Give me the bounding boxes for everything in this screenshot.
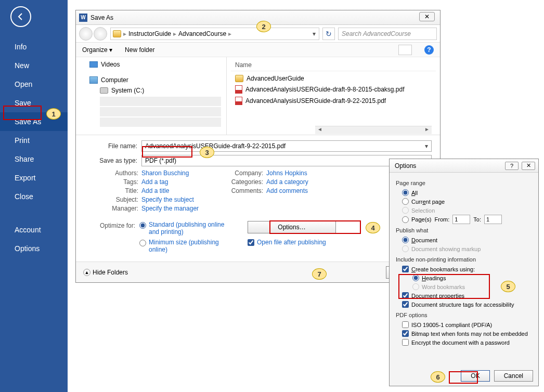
publish-markup-radio: Document showing markup [396, 244, 532, 253]
drive-icon [100, 87, 108, 94]
bitmap-checkbox[interactable]: Bitmap text when fonts may not be embedd… [396, 329, 532, 338]
tree-item-redacted [100, 107, 221, 116]
range-selection-radio: Selection [396, 206, 532, 215]
cancel-button[interactable]: Cancel [494, 370, 533, 382]
saveas-title-text: Save As [90, 14, 113, 21]
optimize-label: Optimize for: [100, 221, 135, 253]
search-input[interactable]: Search AdvancedCourse [338, 28, 437, 40]
filename-label: File name: [84, 142, 141, 150]
save-form: File name: AdvancedAnalysisUSERGuide-dra… [76, 135, 440, 258]
from-input[interactable] [452, 215, 470, 224]
section-pdf-options: PDF options [396, 312, 532, 318]
help-icon[interactable]: ? [424, 45, 434, 55]
hide-folders-button[interactable]: ▲ Hide Folders [83, 269, 128, 276]
folder-tree[interactable]: Videos Computer System (C:) [76, 57, 227, 135]
iso-checkbox[interactable]: ISO 19005-1 compliant (PDF/A) [396, 320, 532, 329]
dialog-footer: ▲ Hide Folders Save [76, 262, 440, 282]
meta-manager[interactable]: Specify the manager [141, 205, 199, 212]
optimize-minimum-radio[interactable]: Minimum size (publishing online) [139, 239, 227, 253]
meta-categories[interactable]: Add a category [266, 178, 308, 186]
bookmarks-checkbox[interactable]: Create bookmarks using: [396, 265, 532, 273]
section-publish-what: Publish what [396, 227, 532, 233]
sidebar-item-new[interactable]: New [0, 56, 68, 75]
range-pages-radio[interactable]: Page(s) [402, 215, 432, 224]
sidebar-item-open[interactable]: Open [0, 75, 68, 94]
saveastype-dropdown[interactable]: PDF (*.pdf) [141, 155, 432, 166]
docprops-checkbox[interactable]: Document properties [396, 291, 532, 300]
wordbookmarks-radio: Word bookmarks [396, 282, 532, 291]
options-help-button[interactable]: ? [505, 162, 519, 170]
file-item[interactable]: AdvancedAnalysisUSERGuide-draft-9-8-2015… [231, 84, 436, 95]
file-item[interactable]: AdvancedUserGuide [231, 73, 436, 84]
computer-icon [89, 76, 98, 84]
open-after-checkbox[interactable]: Open file after publishing [248, 239, 326, 246]
saveas-titlebar: W Save As ✕ [76, 10, 440, 25]
sidebar-item-account[interactable]: Account [0, 220, 68, 239]
meta-company[interactable]: Johns Hopkins [266, 169, 307, 177]
h-scrollbar[interactable] [315, 126, 432, 134]
nav-row: ▸ InstructorGuide ▸ AdvancedCourse ▸ ▾ ↻… [76, 25, 440, 43]
toolbar-row: Organize ▾ New folder ? [76, 43, 440, 57]
tree-item-redacted [100, 97, 221, 106]
word-icon: W [79, 14, 87, 22]
close-button[interactable]: ✕ [419, 12, 435, 21]
sidebar-item-export[interactable]: Export [0, 168, 68, 187]
meta-title[interactable]: Add a title [141, 187, 169, 194]
folder-icon [113, 30, 121, 37]
saveastype-label: Save as type: [84, 157, 141, 164]
options-close-button[interactable]: ✕ [522, 162, 535, 170]
range-current-radio[interactable]: Current page [396, 197, 532, 206]
options-titlebar: Options ? ✕ [390, 159, 538, 173]
folder-icon [235, 75, 243, 82]
meta-subject[interactable]: Specify the subject [141, 196, 194, 203]
to-input[interactable] [484, 215, 502, 224]
saveas-dialog: W Save As ✕ ▸ InstructorGuide ▸ Advanced… [75, 10, 441, 283]
meta-comments[interactable]: Add comments [266, 187, 308, 194]
refresh-button[interactable]: ↻ [322, 28, 335, 40]
filename-input[interactable]: AdvancedAnalysisUSERGuide-draft-9-22-201… [141, 140, 432, 152]
video-icon [89, 61, 98, 68]
newfolder-button[interactable]: New folder [125, 46, 154, 54]
tree-item-redacted [100, 117, 221, 127]
headings-radio[interactable]: Headings [396, 273, 532, 282]
meta-tags[interactable]: Add a tag [141, 178, 168, 186]
sidebar-item-options[interactable]: Options [0, 239, 68, 258]
sidebar-item-close[interactable]: Close [0, 187, 68, 206]
view-button[interactable] [398, 45, 412, 55]
file-item[interactable]: AdvancedAnalysisUSERGuide-draft-9-22-201… [231, 95, 436, 107]
section-page-range: Page range [396, 180, 532, 186]
sidebar-item-info[interactable]: Info [0, 37, 68, 56]
pdf-icon [235, 97, 242, 105]
breadcrumb-part[interactable]: AdvancedCourse [178, 30, 226, 37]
tree-item[interactable]: Videos [76, 59, 226, 70]
range-all-radio[interactable]: All [396, 188, 532, 197]
tree-item[interactable]: System (C:) [76, 85, 226, 96]
sidebar-item-save[interactable]: Save [0, 94, 68, 112]
meta-authors[interactable]: Sharon Busching [141, 169, 189, 177]
nav-back-button[interactable] [79, 27, 93, 41]
structtags-checkbox[interactable]: Document structure tags for accessibilit… [396, 300, 532, 309]
nav-forward-button[interactable] [94, 27, 107, 41]
file-list[interactable]: Name AdvancedUserGuide AdvancedAnalysisU… [227, 57, 440, 135]
organize-menu[interactable]: Organize ▾ [82, 46, 112, 54]
file-browser: Videos Computer System (C:) Name Advance… [76, 57, 440, 135]
options-dialog: Options ? ✕ Page range All Current page … [389, 159, 539, 386]
chevron-up-icon: ▲ [83, 269, 90, 276]
breadcrumb-part[interactable]: InstructorGuide [128, 30, 171, 37]
options-title-text: Options [395, 162, 416, 169]
backstage-sidebar: Info New Open Save Save As Print Share E… [0, 0, 68, 392]
back-button[interactable] [10, 6, 31, 27]
optimize-standard-radio[interactable]: Standard (publishing online and printing… [139, 221, 227, 236]
pdf-icon [235, 85, 242, 94]
encrypt-checkbox[interactable]: Encrypt the document with a password [396, 338, 532, 347]
breadcrumb[interactable]: ▸ InstructorGuide ▸ AdvancedCourse ▸ ▾ [110, 28, 319, 40]
files-column-header[interactable]: Name [231, 59, 436, 71]
sidebar-item-print[interactable]: Print [0, 131, 68, 150]
section-include: Include non-printing information [396, 256, 532, 263]
ok-button[interactable]: OK [461, 370, 489, 382]
sidebar-item-saveas[interactable]: Save As [0, 112, 68, 131]
tree-item[interactable]: Computer [76, 75, 226, 85]
options-button[interactable]: Options… [248, 221, 336, 233]
sidebar-item-share[interactable]: Share [0, 150, 68, 168]
publish-document-radio[interactable]: Document [396, 236, 532, 244]
